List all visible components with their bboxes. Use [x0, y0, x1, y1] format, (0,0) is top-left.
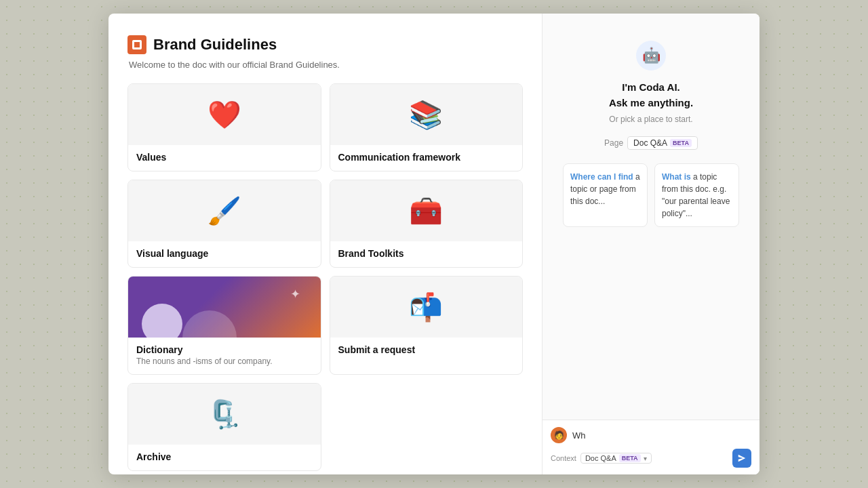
ai-avatar-icon: 🤖 — [636, 41, 666, 70]
context-docqa-text: Doc Q&A — [585, 454, 616, 462]
card-archive[interactable]: 🗜️ Archive — [127, 383, 321, 471]
context-row-left: Context Doc Q&A BETA ▾ — [551, 453, 652, 464]
tab-docqa-label: Doc Q&A — [633, 138, 667, 148]
ai-section: 🤖 I'm Coda AI. Ask me anything. Or pick … — [542, 14, 760, 420]
ai-greeting-line1: I'm Coda AI. — [609, 80, 693, 96]
context-tabs-label: Page — [604, 138, 623, 148]
card-visual-language[interactable]: 🖌️ Visual language — [127, 180, 321, 268]
card-dictionary-label-area: Dictionary The nouns and -isms of our co… — [128, 338, 321, 374]
dict-circle-decoration — [142, 304, 182, 338]
cards-grid: ❤️ Values 📚 Communication framework 🖌️ — [127, 83, 523, 471]
suggestion-whatis-highlight: What is — [662, 172, 691, 182]
context-docqa-pill[interactable]: Doc Q&A BETA ▾ — [580, 453, 652, 464]
card-submit-request[interactable]: 📬 Submit a request — [330, 276, 524, 375]
card-comm-label-area: Communication framework — [330, 145, 523, 171]
send-button[interactable] — [732, 449, 751, 468]
card-values-label: Values — [136, 152, 313, 163]
context-beta-badge: BETA — [619, 454, 641, 462]
card-communication-framework[interactable]: 📚 Communication framework — [330, 83, 524, 171]
main-window: Brand Guidelines Welcome to the doc with… — [108, 14, 760, 474]
card-visual-label-area: Visual language — [128, 241, 321, 267]
card-values[interactable]: ❤️ Values — [127, 83, 321, 171]
suggestion-card-find[interactable]: Where can I find a topic or page from th… — [563, 163, 648, 227]
card-dictionary-image: ✦ — [128, 277, 321, 338]
card-visual-label: Visual language — [136, 248, 313, 259]
suggestion-card-whatis[interactable]: What is a topic from this doc. e.g. "our… — [654, 163, 739, 227]
card-toolkits-label: Brand Toolkits — [338, 248, 515, 259]
context-row-label: Context — [551, 454, 576, 462]
dict-star-decoration: ✦ — [290, 287, 300, 302]
card-comm-label: Communication framework — [338, 152, 515, 163]
left-panel: Brand Guidelines Welcome to the doc with… — [108, 14, 542, 474]
card-comm-image: 📚 — [330, 84, 523, 145]
doc-header: Brand Guidelines — [127, 35, 523, 54]
send-icon — [737, 453, 747, 463]
comm-icon: 📚 — [409, 99, 443, 131]
card-brand-toolkits[interactable]: 🧰 Brand Toolkits — [330, 180, 524, 268]
doc-subtitle: Welcome to the doc with our official Bra… — [127, 60, 523, 70]
card-values-image: ❤️ — [128, 84, 321, 145]
card-dictionary[interactable]: ✦ Dictionary The nouns and -isms of our … — [127, 276, 321, 375]
visual-icon: 🖌️ — [208, 195, 241, 227]
context-chevron-down-icon: ▾ — [644, 455, 647, 462]
card-submit-label: Submit a request — [338, 344, 515, 355]
card-submit-image: 📬 — [330, 277, 523, 338]
dict-arch-decoration — [182, 310, 237, 338]
tab-docqa[interactable]: Doc Q&A BETA — [627, 136, 698, 150]
chat-context-row: Context Doc Q&A BETA ▾ — [551, 449, 751, 468]
card-visual-image: 🖌️ — [128, 180, 321, 241]
archive-icon: 🗜️ — [208, 399, 241, 430]
card-archive-image: 🗜️ — [128, 384, 321, 445]
suggestion-find-highlight: Where can I find — [570, 172, 633, 182]
user-avatar: 🧑 — [551, 427, 567, 443]
beta-badge: BETA — [670, 139, 692, 147]
context-tabs: Page Doc Q&A BETA — [604, 136, 698, 150]
ai-greeting: I'm Coda AI. Ask me anything. — [609, 80, 693, 110]
suggestion-cards: Where can I find a topic or page from th… — [556, 163, 746, 227]
coda-logo-inner — [132, 40, 142, 49]
card-archive-label: Archive — [136, 451, 313, 462]
chat-user-row: 🧑 — [551, 427, 751, 443]
card-archive-label-area: Archive — [128, 445, 321, 470]
chat-input-area: 🧑 Context Doc Q&A BETA ▾ — [542, 420, 760, 474]
toolkits-icon: 🧰 — [409, 195, 443, 227]
card-dictionary-desc: The nouns and -isms of our company. — [136, 357, 313, 366]
right-panel: 🤖 I'm Coda AI. Ask me anything. Or pick … — [542, 14, 760, 474]
page-title: Brand Guidelines — [153, 36, 277, 54]
coda-logo-icon — [127, 35, 146, 54]
card-submit-label-area: Submit a request — [330, 338, 523, 363]
ai-subtext: Or pick a place to start. — [609, 115, 692, 124]
card-toolkits-label-area: Brand Toolkits — [330, 241, 523, 267]
card-dictionary-label: Dictionary — [136, 344, 313, 355]
ai-greeting-line2: Ask me anything. — [609, 96, 693, 111]
chat-text-input[interactable] — [572, 430, 751, 441]
card-toolkits-image: 🧰 — [330, 180, 523, 241]
card-values-label-area: Values — [128, 145, 321, 171]
submit-icon: 📬 — [409, 291, 443, 323]
values-icon: ❤️ — [208, 99, 241, 131]
